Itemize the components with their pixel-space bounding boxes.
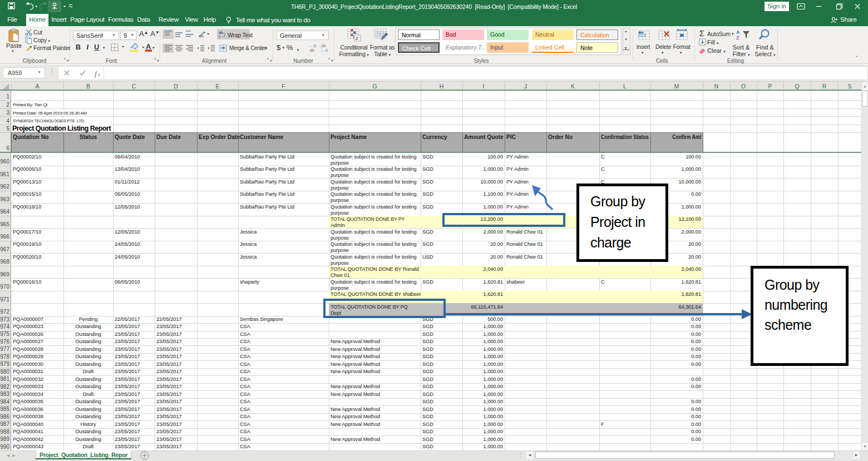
svg-text:A: A [736, 29, 740, 35]
svg-text:ab: ab [199, 33, 204, 38]
svg-text:←.0: ←.0 [309, 44, 316, 48]
svg-text:c: c [219, 34, 221, 38]
svg-text:≠: ≠ [356, 36, 358, 41]
svg-text:x: x [97, 72, 100, 77]
svg-text:.00: .00 [309, 48, 314, 52]
svg-text:Z: Z [736, 35, 739, 41]
